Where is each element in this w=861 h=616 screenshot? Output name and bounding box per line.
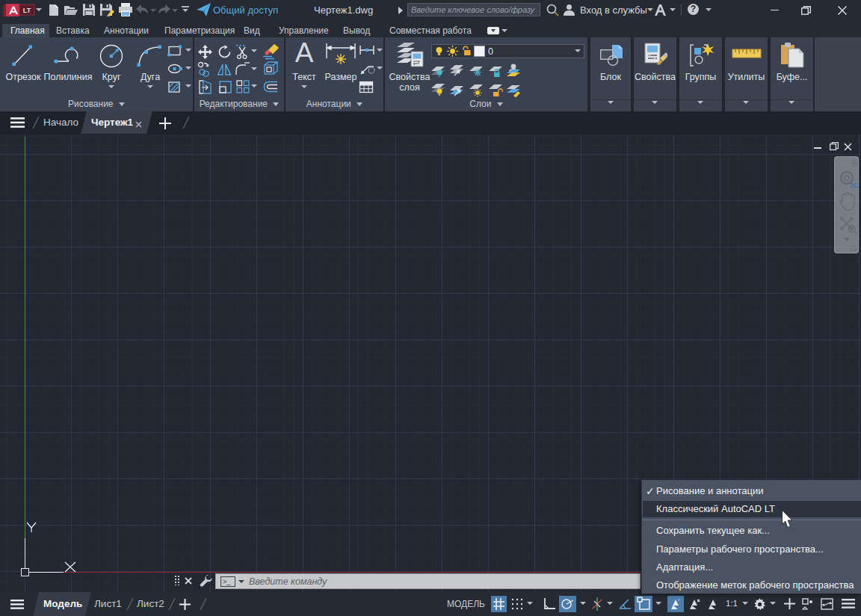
svg-text:LT: LT: [23, 7, 31, 14]
svg-text:2D: 2D: [850, 182, 857, 188]
svg-text:°: °: [678, 599, 680, 604]
